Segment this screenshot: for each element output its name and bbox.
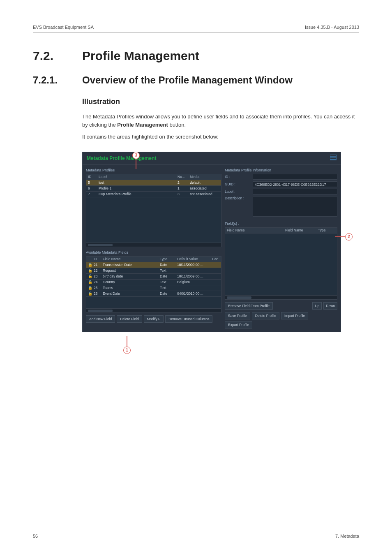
profiles-grid-header: ID Label Nu... Media <box>86 174 221 180</box>
lock-icon: 🔒 <box>88 280 92 284</box>
horizontal-scrollbar[interactable] <box>225 295 337 299</box>
fields-sublabel: Field(s) : <box>225 222 337 226</box>
remove-field-from-profile-button[interactable]: Remove Field From Profile <box>225 302 273 310</box>
label-label: Label : <box>225 190 250 194</box>
export-profile-button[interactable]: Export Profile <box>225 321 252 328</box>
table-row[interactable]: 5 test 2 default <box>86 180 221 186</box>
subsection-title: Overview of the Profile Management Windo… <box>82 74 359 86</box>
header-left: EVS Broadcast Equipment SA <box>33 25 94 30</box>
footer-chapter: 7. Metadata <box>335 534 359 539</box>
page-header: EVS Broadcast Equipment SA Issue 4.35.B … <box>33 25 359 32</box>
screenshot-illustration: 3 2 Metadata Profile Management Metadata… <box>82 152 359 332</box>
callout-3: 3 <box>132 152 140 159</box>
lock-icon: 🔒 <box>88 268 92 273</box>
callout-2-line <box>335 236 345 237</box>
fields-buttons: Add New Field Delete Field Modify F Remo… <box>86 315 221 323</box>
id-label: ID : <box>225 175 250 179</box>
table-row[interactable]: 🔒 26 Event Date Date 04/01/2010 00:... <box>86 291 221 297</box>
page-number: 56 <box>33 534 38 539</box>
profile-info-panel: Metadata Profile Information ID : GUID :… <box>225 168 337 328</box>
import-profile-button[interactable]: Import Profile <box>281 312 309 319</box>
up-button[interactable]: Up <box>312 302 322 310</box>
label-field[interactable] <box>253 189 337 194</box>
guid-label: GUID : <box>225 182 250 186</box>
table-row[interactable]: 6 Profile 1 1 associated <box>86 186 221 192</box>
profiles-grid[interactable]: ID Label Nu... Media 5 test 2 default <box>86 174 221 247</box>
callout-2: 2 <box>345 233 353 240</box>
remove-unused-columns-button[interactable]: Remove Unused Columns <box>165 315 212 323</box>
metadata-profile-window: Metadata Profile Management Metadata Pro… <box>82 152 341 332</box>
subsection-number: 7.2.1. <box>33 74 82 86</box>
profiles-panel: Metadata Profiles ID Label Nu... Media 5 <box>86 168 221 247</box>
fields-panel: Available Metadata Fields ID Field Name … <box>86 250 221 323</box>
fields-label: Available Metadata Fields <box>86 250 221 254</box>
page-footer: 56 7. Metadata <box>33 534 359 539</box>
delete-field-button[interactable]: Delete Field <box>117 315 142 323</box>
description-field[interactable] <box>253 196 337 217</box>
profiles-label: Metadata Profiles <box>86 168 221 172</box>
info-label: Metadata Profile Information <box>225 168 337 172</box>
fields-grid-header: ID Field Name Type Default Value Can <box>86 257 221 262</box>
table-row[interactable]: 7 Cup Metadata Profile 3 not associated <box>86 192 221 197</box>
callout-3-line <box>136 159 136 169</box>
table-row[interactable]: 🔒 23 birthday date Date 18/11/2009 00:..… <box>86 274 221 280</box>
delete-profile-button[interactable]: Delete Profile <box>252 312 279 319</box>
lock-icon: 🔒 <box>88 291 92 296</box>
section-heading: 7.2. Profile Management <box>33 49 359 63</box>
lock-icon: 🔒 <box>88 274 92 278</box>
down-button[interactable]: Down <box>323 302 337 310</box>
callout-1: 1 <box>123 347 131 354</box>
lock-icon: 🔒 <box>88 286 92 290</box>
section-title: Profile Management <box>82 49 199 63</box>
clip-icon[interactable] <box>330 155 337 160</box>
guid-field[interactable]: 4C369ED2-2801-4317-96DE-C0E922E22D17 <box>253 181 337 187</box>
lock-icon: 🔒 <box>88 263 92 267</box>
save-profile-button[interactable]: Save Profile <box>225 312 250 319</box>
window-title-bar: Metadata Profile Management <box>83 152 341 165</box>
description-label: Description : <box>225 196 250 200</box>
add-new-field-button[interactable]: Add New Field <box>86 315 115 323</box>
subsection-heading: 7.2.1. Overview of the Profile Managemen… <box>33 74 359 86</box>
header-right: Issue 4.35.B - August 2013 <box>305 25 359 30</box>
section-number: 7.2. <box>33 49 82 63</box>
paragraph-2: It contains the areas highlighted on the… <box>82 133 359 141</box>
table-row[interactable]: 🔒 21 Transmission Date Date 10/11/2009 0… <box>86 262 221 268</box>
fields-grid[interactable]: ID Field Name Type Default Value Can 🔒 2… <box>86 256 221 313</box>
callout-1-line <box>127 336 127 347</box>
assigned-fields-grid[interactable]: Field Name Field Name Type <box>225 227 337 300</box>
window-title: Metadata Profile Management <box>87 155 156 161</box>
id-field[interactable] <box>253 174 337 180</box>
table-row[interactable]: 🔒 24 Country Text Belgium <box>86 280 221 285</box>
table-row[interactable]: 🔒 22 Request Text <box>86 268 221 274</box>
modify-field-button[interactable]: Modify F <box>144 315 164 323</box>
illustration-heading: Illustration <box>82 97 359 106</box>
horizontal-scrollbar[interactable] <box>86 308 221 312</box>
table-row[interactable]: 🔒 25 Teams Text <box>86 285 221 291</box>
horizontal-scrollbar[interactable] <box>86 243 221 247</box>
paragraph-1: The Metadata Profiles window allows you … <box>82 113 359 129</box>
